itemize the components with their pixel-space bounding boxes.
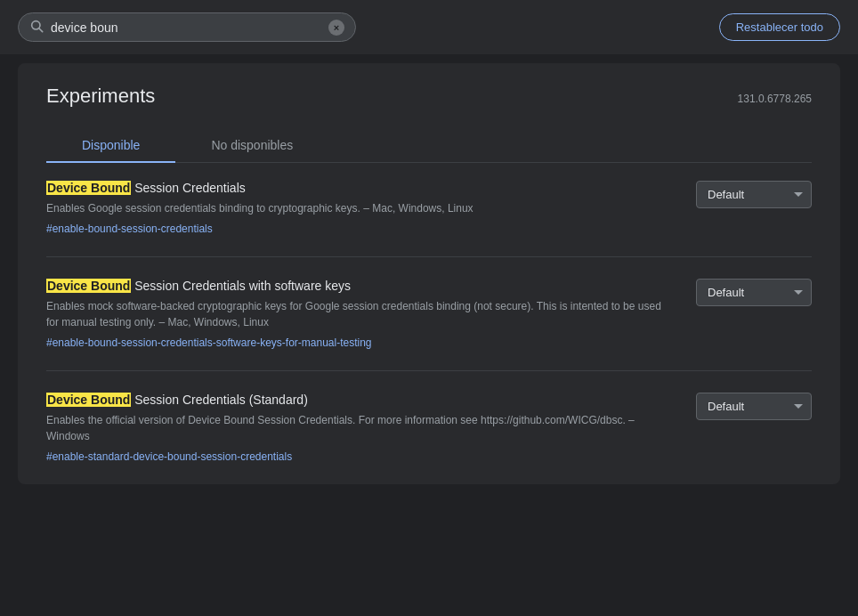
dropdown-wrapper: Default Enabled Disabled: [696, 279, 812, 306]
experiment-dropdown[interactable]: Default Enabled Disabled: [696, 279, 812, 306]
experiment-link[interactable]: #enable-standard-device-bound-session-cr…: [46, 450, 292, 463]
divider: [46, 256, 812, 257]
experiment-item: Device Bound Session Credentials with so…: [46, 279, 812, 349]
title-highlight: Device Bound: [46, 393, 131, 407]
experiment-dropdown[interactable]: Default Enabled Disabled: [696, 393, 812, 420]
experiment-info: Device Bound Session Credentials (Standa…: [46, 393, 675, 463]
clear-search-button[interactable]: ×: [328, 20, 344, 36]
experiment-description: Enables Google session credentials bindi…: [46, 200, 675, 216]
search-icon: [29, 19, 44, 36]
experiment-info: Device Bound Session Credentials with so…: [46, 279, 675, 349]
main-content: Experiments 131.0.6778.265 Disponible No…: [18, 63, 840, 484]
title-rest: Session Credentials: [131, 181, 245, 195]
search-input[interactable]: [51, 20, 321, 35]
page-header: Experiments 131.0.6778.265: [46, 85, 812, 108]
experiment-item: Device Bound Session Credentials Enables…: [46, 181, 812, 235]
tabs-container: Disponible No disponibles: [46, 129, 812, 163]
search-box: ×: [18, 12, 356, 42]
experiment-info: Device Bound Session Credentials Enables…: [46, 181, 675, 235]
dropdown-wrapper: Default Enabled Disabled: [696, 393, 812, 420]
version-text: 131.0.6778.265: [738, 93, 812, 105]
experiment-title: Device Bound Session Credentials: [46, 181, 675, 195]
tab-unavailable[interactable]: No disponibles: [175, 129, 328, 163]
svg-line-1: [39, 28, 43, 32]
experiment-description: Enables the official version of Device B…: [46, 412, 675, 444]
page-title: Experiments: [46, 85, 155, 108]
experiment-link[interactable]: #enable-bound-session-credentials-softwa…: [46, 336, 372, 349]
title-rest: Session Credentials with software keys: [131, 279, 351, 293]
tab-available[interactable]: Disponible: [46, 129, 175, 163]
reset-all-button[interactable]: Restablecer todo: [719, 13, 840, 41]
top-bar: × Restablecer todo: [0, 0, 858, 54]
experiment-item: Device Bound Session Credentials (Standa…: [46, 393, 812, 463]
title-rest: Session Credentials (Standard): [131, 393, 307, 407]
experiment-description: Enables mock software-backed cryptograph…: [46, 298, 675, 330]
experiments-list: Device Bound Session Credentials Enables…: [46, 181, 812, 463]
title-highlight: Device Bound: [46, 279, 131, 293]
experiment-dropdown[interactable]: Default Enabled Disabled: [696, 181, 812, 208]
experiment-title: Device Bound Session Credentials with so…: [46, 279, 675, 293]
divider: [46, 370, 812, 371]
experiment-link[interactable]: #enable-bound-session-credentials: [46, 223, 213, 235]
title-highlight: Device Bound: [46, 181, 131, 195]
dropdown-wrapper: Default Enabled Disabled: [696, 181, 812, 208]
experiment-title: Device Bound Session Credentials (Standa…: [46, 393, 675, 407]
